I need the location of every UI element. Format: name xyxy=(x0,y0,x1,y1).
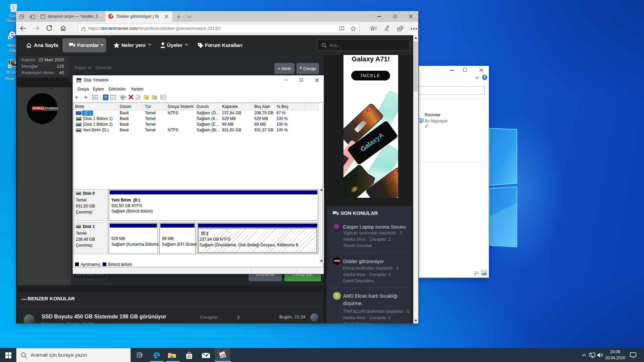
svg-text:?: ? xyxy=(104,95,107,100)
